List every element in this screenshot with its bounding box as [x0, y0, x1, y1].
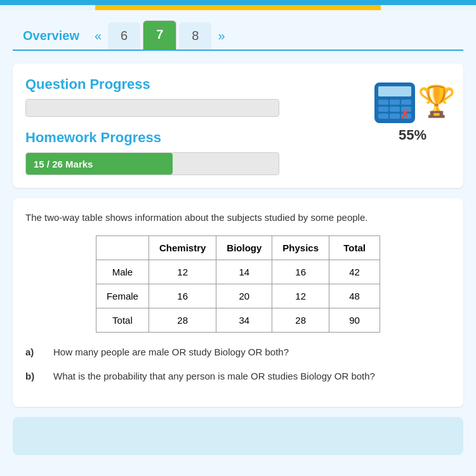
homework-bar-label: 15 / 26 Marks [34, 159, 93, 169]
sub-question-a: a) How many people are male OR study Bio… [25, 345, 451, 360]
calc-btn-1 [378, 100, 388, 105]
percentage-display: 55% [399, 127, 426, 143]
sub-text-b: What is the probability that any person … [53, 369, 375, 384]
overview-link[interactable]: Overview [13, 22, 89, 50]
table-cell-2-2: 34 [216, 308, 272, 332]
sub-question-b: b) What is the probability that any pers… [25, 369, 451, 384]
table-cell-0-0: Male [96, 260, 149, 284]
table-cell-2-0: Total [96, 308, 149, 332]
table-cell-0-2: 14 [216, 260, 272, 284]
nav-next[interactable]: » [213, 22, 230, 50]
sub-label-b: b) [25, 369, 41, 384]
question-progress-fill [26, 100, 279, 116]
table-cell-1-3: 12 [272, 284, 329, 308]
table-cell-1-2: 20 [216, 284, 272, 308]
sub-text-a: How many people are male OR study Biolog… [53, 345, 289, 360]
table-header-1: Chemistry [149, 235, 216, 260]
table-cell-0-1: 12 [149, 260, 216, 284]
table-row: Female16201248 [96, 284, 380, 308]
progress-left: Question Progress Homework Progress 15 /… [25, 76, 362, 175]
table-row: Male12141642 [96, 260, 380, 284]
table-cell-0-4: 42 [329, 260, 380, 284]
sub-questions: a) How many people are male OR study Bio… [25, 345, 451, 384]
table-header-2: Biology [216, 235, 272, 260]
question-progress-bar [25, 99, 279, 117]
data-table: Chemistry Biology Physics Total Male1214… [96, 235, 380, 333]
homework-progress-fill: 15 / 26 Marks [26, 153, 173, 175]
table-cell-1-0: Female [96, 284, 149, 308]
progress-card: Question Progress Homework Progress 15 /… [13, 63, 463, 188]
trophy-area: ✗ 🏆 55% [374, 76, 451, 143]
table-cell-1-4: 48 [329, 284, 380, 308]
tab-6[interactable]: 6 [108, 22, 140, 50]
table-row: Total28342890 [96, 308, 380, 332]
table-header-4: Total [329, 235, 380, 260]
table-body: Male12141642Female16201248Total28342890 [96, 260, 380, 332]
homework-progress-bar: 15 / 26 Marks [25, 152, 279, 175]
table-header-3: Physics [272, 235, 329, 260]
calc-screen [378, 86, 411, 96]
table-cell-2-3: 28 [272, 308, 329, 332]
question-progress-title: Question Progress [25, 76, 362, 93]
x-mark-icon: ✗ [400, 108, 413, 121]
nav-prev[interactable]: « [89, 22, 107, 50]
table-header-row: Chemistry Biology Physics Total [96, 235, 380, 260]
table-header-0 [96, 235, 149, 260]
question-intro: The two-way table shows information abou… [25, 211, 451, 225]
calc-btn-4 [378, 107, 388, 112]
table-cell-2-4: 90 [329, 308, 380, 332]
homework-progress-title: Homework Progress [25, 129, 362, 146]
bottom-area [13, 417, 463, 455]
table-cell-0-3: 16 [272, 260, 329, 284]
top-blue-bar [0, 0, 476, 5]
table-cell-1-1: 16 [149, 284, 216, 308]
table-cell-2-1: 28 [149, 308, 216, 332]
top-yellow-bar [95, 5, 381, 10]
trophy-icon: 🏆 [418, 86, 451, 119]
tab-7[interactable]: 7 [143, 20, 176, 50]
calculator-icon: ✗ [374, 83, 415, 123]
icons-row: ✗ 🏆 [374, 83, 451, 123]
calc-btn-5 [390, 107, 400, 112]
sub-label-a: a) [25, 345, 41, 360]
tab-8[interactable]: 8 [179, 22, 211, 50]
nav-tabs: Overview « 6 7 8 » [13, 10, 463, 51]
calc-btn-3 [401, 100, 411, 105]
calc-btn-7 [378, 114, 388, 119]
question-card: The two-way table shows information abou… [13, 198, 463, 407]
calc-btn-8 [390, 114, 400, 119]
calc-btn-2 [390, 100, 400, 105]
